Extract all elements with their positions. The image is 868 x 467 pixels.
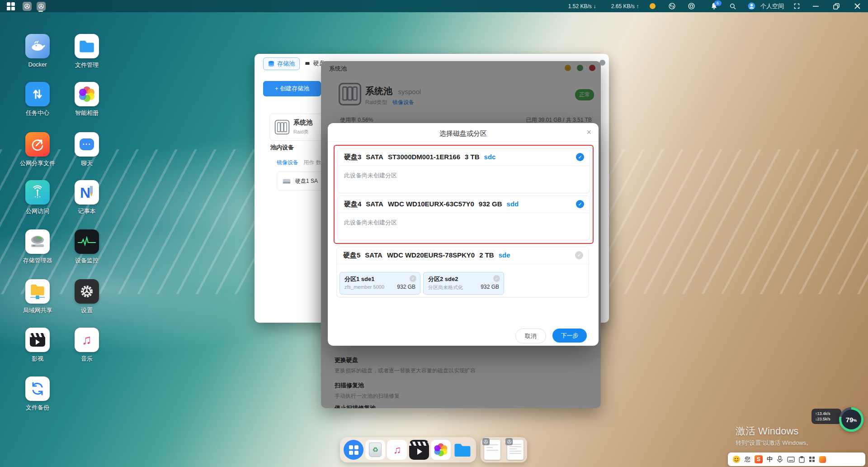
ime-mode-toggle[interactable]: 中 [767, 455, 773, 463]
desktop-icon-label: 智能相册 [62, 109, 112, 117]
desktop-icon-public-access[interactable]: 公网访问 [13, 180, 62, 215]
dock-files-icon[interactable] [453, 440, 472, 460]
dock-launcher-icon[interactable] [344, 440, 363, 460]
disk-bus: SATA [366, 200, 383, 209]
desktop-icon-storage-manager[interactable]: 存储管理器 [13, 229, 62, 265]
usage-ring-widget[interactable]: 79% [839, 407, 863, 432]
mirror-device-link[interactable]: 镜像设备 [277, 159, 298, 166]
dock: ♻ ♫ [340, 437, 476, 462]
disk-card-sde[interactable]: 硬盘5 SATA WDC WD20EURS-78SPKY0 2 TB sde ✓… [336, 247, 589, 297]
disk-icon [304, 61, 311, 66]
dialog-header-divider [328, 141, 599, 142]
desktop-icon-notebook[interactable]: N 记事本 [62, 180, 112, 215]
minimize-window-icon[interactable] [809, 0, 822, 12]
create-pool-button[interactable]: + 创建存储池 [263, 81, 321, 96]
record-tray-icon[interactable] [686, 0, 697, 12]
emoji-smiley-icon[interactable] [732, 455, 741, 463]
desktop-icon-chat[interactable]: ··· 聊天 [62, 132, 112, 167]
notification-bell-icon[interactable]: 6 [708, 0, 720, 12]
desktop-icon-file-backup[interactable]: 文件备份 [13, 376, 62, 412]
user-avatar[interactable] [746, 0, 757, 12]
next-step-button[interactable]: 下一步 [552, 329, 587, 343]
pool-bays-icon [274, 119, 290, 135]
disk-header: 硬盘3 SATA ST3000DM001-1ER166 3 TB sdc [344, 153, 495, 162]
dock-trash-icon[interactable]: ♻ [365, 440, 385, 460]
window-thumbnail[interactable] [507, 440, 524, 460]
close-icon[interactable]: × [586, 128, 591, 137]
tab-storage-pool[interactable]: 存储池 [263, 57, 300, 70]
partition-chip-sde1[interactable]: 分区1 sde1 zfs_member 5000 932 GB ✓ [340, 272, 420, 295]
disk-device-node: sdd [507, 200, 519, 209]
disk-size: 2 TB [479, 251, 494, 260]
desktop-icon-docker[interactable]: Docker [13, 34, 62, 68]
clipboard-icon[interactable] [799, 456, 805, 463]
status-dot-icon[interactable] [647, 0, 657, 12]
restore-window-icon[interactable] [830, 0, 843, 12]
check-glyph: ✓ [578, 201, 582, 207]
dock-music-icon[interactable]: ♫ [387, 440, 407, 460]
desktop-icon-task-center[interactable]: 任务中心 [13, 82, 62, 117]
desktop-icon-lan-share[interactable]: 局域网共享 [13, 279, 62, 315]
blue-folder-icon [75, 34, 99, 58]
chat-bubble-icon: ··· [75, 132, 99, 157]
checkbox-checked-icon[interactable]: ✓ [576, 200, 584, 208]
desktop-icon-public-share[interactable]: 公网分享文件 [13, 132, 62, 167]
taskbar: 1.52 KB/s ↓ 2.65 KB/s ↑ 6 个人空间 [0, 0, 868, 12]
desktop-icon-label: 文件管理 [62, 61, 112, 69]
taskbar-app-fnos[interactable] [21, 0, 33, 12]
card-divider [337, 264, 589, 264]
check-glyph: ✓ [577, 253, 581, 258]
checkbox-unchecked-icon[interactable]: ✓ [410, 275, 416, 282]
hard-drive-icon [25, 229, 50, 254]
checkbox-checked-icon[interactable]: ✓ [576, 153, 584, 161]
start-button[interactable] [5, 0, 16, 12]
net-speed-widget[interactable]: ↑13.4k/s ↓23.5k/s [811, 409, 841, 424]
upload-speed: ↑13.4k/s [815, 411, 841, 416]
fullscreen-icon[interactable] [790, 0, 803, 12]
disk-card-sdd[interactable]: 硬盘4 SATA WDC WD10EURX-63C57Y0 932 GB sdd… [337, 195, 590, 240]
activate-windows-watermark: 激活 Windows [736, 424, 798, 438]
search-icon[interactable] [727, 0, 739, 12]
up-down-arrows-icon [25, 82, 50, 106]
window-thumbnail[interactable] [484, 440, 500, 460]
close-window-icon[interactable] [851, 0, 863, 12]
desktop-icon-label: 局域网共享 [13, 306, 62, 315]
partition-chip-sde2[interactable]: 分区2 sde2 分区尚未格式化 932 GB ✓ [423, 272, 504, 295]
disk-bus: SATA [365, 251, 382, 260]
toolbox-grid-icon[interactable] [809, 456, 815, 462]
checkbox-unchecked-icon[interactable]: ✓ [575, 251, 583, 259]
input-method-bar: 您 S 中 [728, 453, 865, 466]
desktop-icon-device-monitor[interactable]: 设备监控 [62, 229, 112, 265]
music-note-icon: ♫ [75, 328, 99, 352]
desktop-icon-label: 存储管理器 [13, 257, 62, 265]
mic-icon[interactable] [777, 456, 783, 463]
partition-name: 分区2 sde2 [428, 275, 458, 283]
skin-icon[interactable] [819, 456, 826, 463]
usage-percent-unit: % [853, 418, 857, 423]
card-divider [338, 213, 590, 213]
dock-photos-icon[interactable] [431, 440, 451, 460]
desktop-icon-file-manager[interactable]: 文件管理 [62, 34, 112, 69]
desktop-icon-settings[interactable]: 设置 [62, 279, 112, 315]
desktop-icon-smart-album[interactable]: 智能相册 [62, 82, 112, 117]
network-download-speed: 1.52 KB/s ↓ [563, 0, 601, 12]
disk-card-sdc[interactable]: 硬盘3 SATA ST3000DM001-1ER166 3 TB sdc ✓ 此… [337, 148, 590, 193]
user-space-label[interactable]: 个人空间 [759, 0, 786, 12]
desktop-icon-video[interactable]: 影视 [13, 328, 62, 363]
app-wheel-icon [482, 438, 490, 445]
sync-tray-icon[interactable] [666, 0, 677, 12]
keyboard-icon[interactable] [787, 457, 795, 462]
disk-header: 硬盘4 SATA WDC WD10EURX-63C57Y0 932 GB sdd [344, 200, 519, 209]
clapperboard-icon [25, 328, 50, 352]
sogou-logo-icon[interactable]: S [755, 455, 763, 463]
desktop-icon-label: 文件备份 [13, 404, 62, 412]
ime-candidate-text: 您 [745, 455, 750, 463]
dock-video-icon[interactable] [409, 440, 429, 460]
pool-stack-icon [268, 61, 274, 67]
share-arrow-icon [25, 132, 50, 157]
cancel-button[interactable]: 取消 [515, 329, 546, 343]
desktop-icon-music[interactable]: ♫ 音乐 [62, 328, 112, 363]
taskbar-app-fnos-active[interactable] [35, 0, 47, 12]
disk-device-node: sde [499, 251, 510, 260]
checkbox-unchecked-icon[interactable]: ✓ [493, 275, 500, 282]
